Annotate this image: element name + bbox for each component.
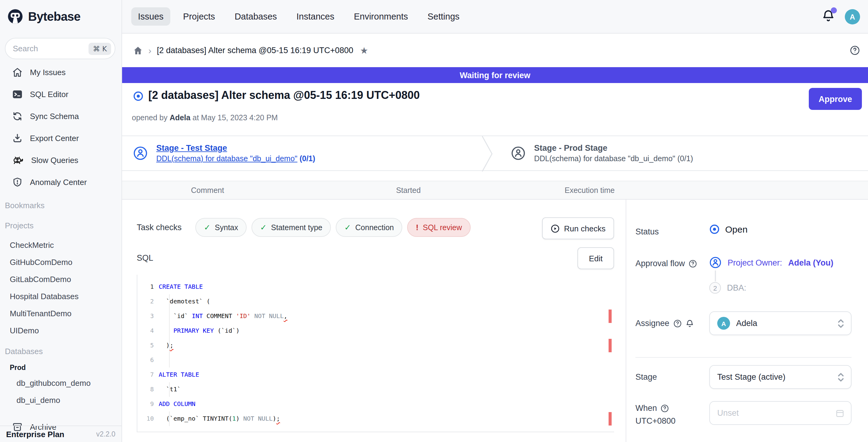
stage-task: DDL(schema) for database "db_ui_demo" (0… [534,154,693,163]
stage-name[interactable]: Stage - Prod Stage [534,144,693,153]
code-line[interactable]: 8 `t1` [137,382,614,397]
error-marker [609,412,612,425]
sidebar-item-export-center[interactable]: Export Center [0,127,121,149]
check-connection[interactable]: ✓ Connection [336,218,402,237]
line-number: 2 [137,294,154,309]
tab-settings[interactable]: Settings [421,7,466,26]
sidebar-project-item[interactable]: MultiTenantDemo [0,305,121,322]
check-sql-review[interactable]: ! SQL review [407,218,471,237]
stage-name[interactable]: Stage - Test Stage [156,144,315,153]
when-datetime-input[interactable]: Unset [709,401,851,425]
approve-button[interactable]: Approve [809,88,862,110]
sidebar-project-item[interactable]: CheckMetric [0,236,121,253]
code-line[interactable]: 7ALTER TABLE [137,368,614,382]
code-line[interactable]: 4 PRIMARY KEY (`id`) [137,323,614,338]
sidebar-item-my-issues[interactable]: My Issues [0,61,121,83]
column-header: Started [396,186,421,195]
stage-task-link[interactable]: DDL(schema) for database "db_ui_demo" [156,154,297,163]
run-checks-button[interactable]: Run checks [542,217,614,239]
code-lines: 1CREATE TABLE2 `demotest` (3 `id` INT CO… [137,280,614,426]
code-line[interactable]: 3 `id` INT COMMENT 'ID' NOT NULL, [137,309,614,323]
help-icon[interactable] [661,404,669,412]
assignee-value: Adela [736,319,757,328]
issue-author[interactable]: Adela [170,114,190,122]
sidebar-project-item[interactable]: Hospital Databases [0,288,121,305]
when-label: When [636,404,669,413]
home-icon[interactable] [133,45,143,55]
check-label: Syntax [215,223,238,232]
notification-bell-icon[interactable] [822,9,836,24]
sidebar-nav: My Issues SQL Editor Sync Schema Export … [0,61,121,193]
check-syntax[interactable]: ✓ Syntax [195,218,247,237]
stage-test[interactable]: Stage - Test Stage DDL(schema) for datab… [133,136,315,170]
tab-issues[interactable]: Issues [131,7,170,26]
help-icon[interactable] [688,259,697,268]
line-number: 6 [137,353,154,368]
banner-text: Waiting for review [460,70,530,80]
sidebar-database-item[interactable]: db_ui_demo [0,391,121,408]
tab-environments[interactable]: Environments [347,7,414,26]
approval-step-1[interactable]: Project Owner: Adela (You) [709,256,834,269]
approval-assignee[interactable]: Adela (You) [788,258,834,267]
tab-databases[interactable]: Databases [228,7,284,26]
star-icon[interactable]: ★ [360,45,368,56]
breadcrumb-title[interactable]: [2 databases] Alter schema @05-15 16:19 … [157,46,353,55]
sql-section-label: SQL [137,253,153,262]
panel-divider [626,200,626,442]
sidebar-project-item[interactable]: GitHubComDemo [0,253,121,271]
line-number: 9 [137,397,154,411]
issue-byline: opened by Adela at May 15, 2023 4:20 PM [132,114,278,122]
assignee-avatar: A [717,317,730,330]
breadcrumb: › [2 databases] Alter schema @05-15 16:1… [122,34,868,67]
shield-icon [12,177,23,187]
sidebar-project-item[interactable]: UIDemo [0,322,121,339]
stage-select[interactable]: Test Stage (active) [709,365,851,389]
play-circle-icon [551,224,560,233]
stage-prod[interactable]: Stage - Prod Stage DDL(schema) for datab… [511,136,693,170]
sidebar-item-sql-editor[interactable]: SQL Editor [0,83,121,105]
label-text: Approval flow [636,259,685,268]
code-line[interactable]: 5 ); [137,338,614,353]
column-header: Execution time [565,186,615,195]
stage-task: DDL(schema) for database "db_ui_demo" (0… [156,154,315,163]
plan-label: Enterprise Plan [6,430,64,439]
notification-dot [831,7,837,13]
status-value: Open [709,224,747,234]
sidebar-item-slow-queries[interactable]: Slow Queries [0,149,121,171]
check-pass-icon: ✓ [204,223,211,232]
sql-code-editor[interactable]: 1CREATE TABLE2 `demotest` (3 `id` INT CO… [137,275,614,432]
code-line[interactable]: 10 (`emp_no` TINYINT(1) NOT NULL); [137,411,614,426]
sidebar-item-label: Export Center [30,133,79,143]
edit-sql-button[interactable]: Edit [578,247,614,269]
stage-task-text: DDL(schema) for database "db_ui_demo" [534,154,675,163]
tab-projects[interactable]: Projects [177,7,222,26]
section-bookmarks: Bookmarks [0,199,121,211]
search-box[interactable]: ⌘ K [5,38,115,59]
byline-date: at May 15, 2023 4:20 PM [193,114,278,122]
sidebar-project-item[interactable]: GitLabComDemo [0,271,121,288]
tab-instances[interactable]: Instances [290,7,341,26]
code-line[interactable]: 6 [137,353,614,368]
sidebar: Bytebase ⌘ K My Issues SQL Editor Sync S… [0,0,122,442]
stage-value: Test Stage (active) [717,372,785,382]
step-number: 2 [709,282,721,294]
user-avatar[interactable]: A [845,9,860,24]
sidebar-footer: Enterprise Plan v2.2.0 [0,425,121,442]
download-icon [12,133,23,143]
help-icon[interactable] [673,319,682,327]
code-line[interactable]: 2 `demotest` ( [137,294,614,309]
help-icon[interactable] [850,45,860,56]
sidebar-database-item[interactable]: db_githubcom_demo [0,374,121,391]
label-text: Stage [636,372,657,382]
sidebar-item-anomaly-center[interactable]: Anomaly Center [0,171,121,193]
sidebar-item-sync-schema[interactable]: Sync Schema [0,105,121,127]
logo[interactable]: Bytebase [0,0,121,33]
code-line[interactable]: 9ADD COLUMN [137,397,614,411]
code-line[interactable]: 1CREATE TABLE [137,280,614,294]
search-input[interactable] [13,44,74,53]
home-icon [12,67,23,77]
assignee-select[interactable]: A Adela [709,311,851,335]
check-statement-type[interactable]: ✓ Statement type [251,218,331,237]
line-number: 1 [137,280,154,294]
subscribe-bell-icon[interactable] [685,319,694,327]
